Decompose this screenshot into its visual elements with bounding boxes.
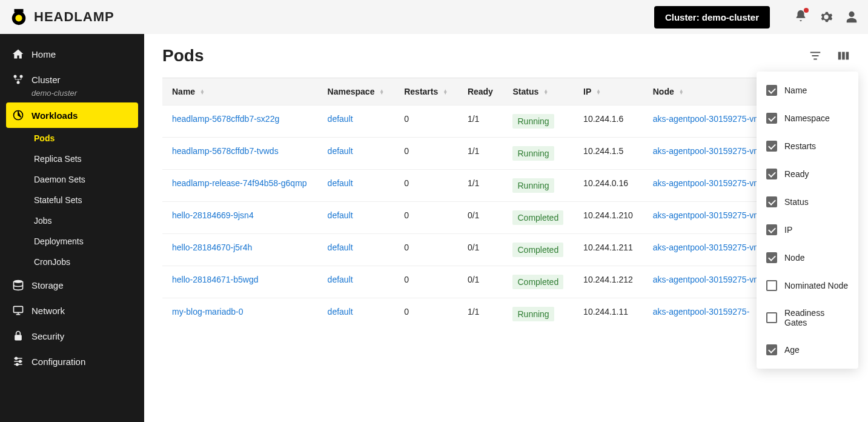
col-header-ip[interactable]: IP ▲▼ <box>574 78 643 106</box>
column-option-name[interactable]: Name <box>757 76 858 104</box>
notifications-button[interactable] <box>794 9 807 25</box>
pod-name-link[interactable]: hello-28184671-b5wgd <box>172 275 258 284</box>
ready-cell: 1/1 <box>458 106 503 138</box>
ip-cell: 10.244.1.212 <box>574 266 643 298</box>
col-header-namespace[interactable]: Namespace ▲▼ <box>318 78 395 106</box>
pod-name-link[interactable]: my-blog-mariadb-0 <box>172 307 243 316</box>
column-option-node[interactable]: Node <box>757 244 858 272</box>
sidebar-item-home[interactable]: Home <box>0 41 144 67</box>
sort-icon: ▲▼ <box>200 90 205 95</box>
sidebar: Home Cluster demo-cluster Workloads Pods… <box>0 34 144 422</box>
status-badge: Running <box>512 307 554 321</box>
checkbox[interactable] <box>766 196 777 207</box>
restarts-cell: 0 <box>394 170 458 202</box>
pod-name-link[interactable]: hello-28184669-9jsn4 <box>172 210 254 220</box>
col-header-status[interactable]: Status ▲▼ <box>503 78 574 106</box>
sidebar-item-label: Storage <box>31 280 64 290</box>
checkbox[interactable] <box>766 169 777 179</box>
subnav-item-replica-sets[interactable]: Replica Sets <box>0 149 144 169</box>
namespace-link[interactable]: default <box>328 178 353 188</box>
pod-name-link[interactable]: hello-28184670-j5r4h <box>172 243 252 252</box>
namespace-link[interactable]: default <box>328 243 353 252</box>
subnav-item-daemon-sets[interactable]: Daemon Sets <box>0 169 144 190</box>
ready-cell: 0/1 <box>458 234 503 266</box>
column-option-label: IP <box>784 225 792 235</box>
ready-cell: 0/1 <box>458 202 503 234</box>
columns-icon[interactable] <box>837 49 850 62</box>
svg-rect-8 <box>14 306 23 312</box>
column-option-label: Node <box>784 253 804 263</box>
column-option-label: Status <box>784 197 809 207</box>
subnav-item-jobs[interactable]: Jobs <box>0 210 144 231</box>
column-option-ip[interactable]: IP <box>757 216 858 244</box>
checkbox[interactable] <box>766 113 777 124</box>
sidebar-item-workloads[interactable]: Workloads <box>6 102 138 128</box>
column-option-age[interactable]: Age <box>757 336 858 364</box>
namespace-link[interactable]: default <box>328 307 353 316</box>
checkbox[interactable] <box>766 141 777 152</box>
svg-point-5 <box>17 81 20 84</box>
ip-cell: 10.244.1.6 <box>574 106 643 138</box>
sort-icon: ▲▼ <box>543 90 548 95</box>
subnav-item-pods[interactable]: Pods <box>0 128 144 149</box>
column-option-label: Name <box>784 85 807 95</box>
headlamp-logo-icon <box>10 8 28 26</box>
column-option-namespace[interactable]: Namespace <box>757 104 858 132</box>
svg-point-11 <box>19 360 21 362</box>
app-logo[interactable]: HEADLAMP <box>10 8 114 26</box>
notification-dot <box>804 8 809 13</box>
sidebar-item-configuration[interactable]: Configuration <box>0 349 144 374</box>
checkbox[interactable] <box>766 85 777 96</box>
column-option-status[interactable]: Status <box>757 188 858 216</box>
column-option-ready[interactable]: Ready <box>757 160 858 188</box>
namespace-link[interactable]: default <box>328 275 353 284</box>
column-option-readiness-gates[interactable]: Readiness Gates <box>757 300 858 336</box>
column-option-restarts[interactable]: Restarts <box>757 132 858 160</box>
namespace-link[interactable]: default <box>328 210 353 220</box>
checkbox[interactable] <box>766 280 777 291</box>
ready-cell: 0/1 <box>458 266 503 298</box>
status-badge: Running <box>512 146 554 161</box>
sort-icon: ▲▼ <box>596 90 601 95</box>
sidebar-item-label: Workloads <box>31 110 78 121</box>
restarts-cell: 0 <box>394 138 458 170</box>
col-header-restarts[interactable]: Restarts ▲▼ <box>394 78 458 106</box>
checkbox[interactable] <box>766 252 777 263</box>
checkbox[interactable] <box>766 224 777 235</box>
sidebar-item-security[interactable]: Security <box>0 323 144 349</box>
subnav-item-stateful-sets[interactable]: Stateful Sets <box>0 190 144 210</box>
app-header: HEADLAMP Cluster: demo-cluster <box>0 0 868 34</box>
subnav-item-cronjobs[interactable]: CronJobs <box>0 252 144 272</box>
gear-icon[interactable] <box>820 10 833 24</box>
sidebar-item-label: Cluster <box>31 75 61 85</box>
status-badge: Completed <box>512 210 563 225</box>
cluster-name-sub: demo-cluster <box>0 89 144 102</box>
table-row: headlamp-5678cffdb7-tvwds default 0 1/1 … <box>162 138 850 170</box>
cluster-icon <box>12 73 24 85</box>
node-link[interactable]: aks-agentpool-30159275- <box>653 307 750 316</box>
sidebar-item-label: Configuration <box>31 357 85 367</box>
column-option-nominated-node[interactable]: Nominated Node <box>757 272 858 300</box>
checkbox[interactable] <box>766 344 777 355</box>
restarts-cell: 0 <box>394 266 458 298</box>
col-header-name[interactable]: Name ▲▼ <box>162 78 318 106</box>
storage-icon <box>12 279 24 291</box>
svg-point-4 <box>20 75 23 78</box>
checkbox[interactable] <box>766 312 777 323</box>
namespace-link[interactable]: default <box>328 146 353 156</box>
column-option-label: Restarts <box>784 141 816 151</box>
subnav-item-deployments[interactable]: Deployments <box>0 231 144 252</box>
filter-icon[interactable] <box>809 49 822 62</box>
user-icon[interactable] <box>845 10 858 24</box>
sidebar-item-storage[interactable]: Storage <box>0 272 144 298</box>
restarts-cell: 0 <box>394 234 458 266</box>
pod-name-link[interactable]: headlamp-5678cffdb7-sx22g <box>172 114 279 124</box>
cluster-badge[interactable]: Cluster: demo-cluster <box>654 6 770 28</box>
sidebar-item-network[interactable]: Network <box>0 298 144 323</box>
column-option-label: Ready <box>784 169 809 179</box>
pod-name-link[interactable]: headlamp-release-74f94b58-g6qmp <box>172 178 307 188</box>
status-badge: Running <box>512 114 554 129</box>
pod-name-link[interactable]: headlamp-5678cffdb7-tvwds <box>172 146 279 156</box>
ready-cell: 1/1 <box>458 170 503 202</box>
namespace-link[interactable]: default <box>328 114 353 124</box>
